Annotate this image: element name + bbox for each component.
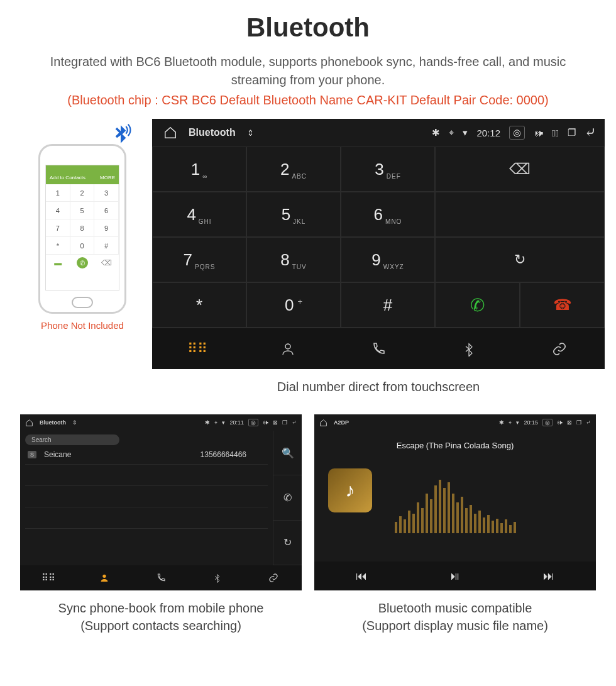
backspace-button[interactable]: ⌫ bbox=[435, 147, 605, 192]
tab-bluetooth[interactable] bbox=[189, 565, 246, 590]
key-6[interactable]: 6MNO bbox=[341, 192, 435, 237]
call-button[interactable]: ✆ bbox=[435, 282, 520, 328]
wifi-icon: ▾ bbox=[516, 419, 519, 426]
home-icon[interactable] bbox=[319, 419, 327, 427]
dialer-caption: Dial number direct from touchscreen bbox=[152, 378, 605, 396]
empty-cell bbox=[435, 192, 605, 237]
music-caption-1: Bluetooth music compatible bbox=[314, 599, 596, 617]
key-2[interactable]: 2ABC bbox=[246, 147, 341, 192]
recents-icon[interactable]: ❐ bbox=[568, 127, 576, 138]
music-caption-2: (Support display music file name) bbox=[314, 617, 596, 634]
status-app-title: Bluetooth bbox=[40, 419, 66, 426]
tab-pair[interactable] bbox=[514, 328, 605, 369]
equalizer-visual bbox=[395, 477, 516, 533]
key-hash[interactable]: # bbox=[341, 282, 435, 328]
side-search-button[interactable]: 🔍 bbox=[273, 431, 302, 475]
page-title: Bluetooth bbox=[10, 13, 606, 43]
hangup-button[interactable]: ☎ bbox=[520, 282, 605, 328]
screenshot-icon[interactable]: ◎ bbox=[248, 419, 258, 426]
status-time: 20:11 bbox=[229, 419, 244, 426]
key-star[interactable]: * bbox=[152, 282, 246, 328]
contact-number: 13566664466 bbox=[201, 450, 246, 459]
phone-outline-icon bbox=[371, 341, 386, 357]
key-3[interactable]: 3DEF bbox=[341, 147, 435, 192]
phone-call-icon: ✆ bbox=[470, 295, 485, 316]
close-icon[interactable]: ⊠ bbox=[273, 419, 278, 426]
status-time: 20:12 bbox=[476, 128, 500, 138]
phone-hangup-icon: ☎ bbox=[553, 296, 572, 314]
phone-bar-more: MORE bbox=[100, 175, 115, 180]
bluetooth-icon: ✱ bbox=[205, 419, 210, 426]
volume-icon[interactable]: 🕪 bbox=[263, 419, 268, 426]
phone-mockup: Add to Contacts MORE 123 456 789 *0# ▬ ✆… bbox=[38, 144, 126, 314]
bluetooth-icon: ✱ bbox=[432, 127, 440, 138]
contacts-caption-2: (Support contacts searching) bbox=[20, 617, 302, 634]
phone-bar-title: Add to Contacts bbox=[50, 175, 85, 180]
key-9[interactable]: 9WXYZ bbox=[341, 237, 435, 282]
tab-contacts[interactable] bbox=[77, 565, 133, 590]
screenshot-icon[interactable]: ◎ bbox=[542, 419, 553, 426]
music-note-icon: ♪ bbox=[346, 480, 355, 501]
home-icon[interactable] bbox=[25, 419, 33, 427]
contact-name: Seicane bbox=[44, 450, 71, 459]
bluetooth-icon bbox=[463, 341, 475, 357]
recents-icon[interactable]: ❐ bbox=[282, 419, 287, 426]
skip-prev-icon: ⏮ bbox=[356, 570, 367, 583]
dialpad-icon: ⠿⠿ bbox=[41, 572, 55, 584]
tab-bluetooth[interactable] bbox=[424, 328, 514, 369]
tab-recents[interactable] bbox=[333, 328, 424, 369]
key-7[interactable]: 7PQRS bbox=[152, 237, 246, 282]
location-icon: ⌖ bbox=[449, 127, 454, 138]
tab-recents[interactable] bbox=[133, 565, 189, 590]
album-art: ♪ bbox=[328, 468, 372, 512]
key-1[interactable]: 1∞ bbox=[152, 147, 246, 192]
wifi-icon: ▾ bbox=[222, 419, 225, 426]
status-app-title: Bluetooth bbox=[189, 127, 236, 138]
close-icon[interactable]: ⊠ bbox=[567, 419, 572, 426]
svg-point-0 bbox=[285, 344, 290, 349]
bluetooth-signal-icon bbox=[108, 123, 133, 148]
volume-icon[interactable]: 🕪 bbox=[534, 128, 543, 138]
side-call-button[interactable]: ✆ bbox=[273, 475, 302, 520]
usb-icon: ⇕ bbox=[72, 419, 77, 426]
back-icon[interactable]: ⤶ bbox=[585, 124, 596, 141]
phone-outline-icon: ✆ bbox=[283, 492, 292, 504]
recents-icon[interactable]: ❐ bbox=[576, 419, 581, 426]
tab-dialpad[interactable]: ⠿⠿ bbox=[20, 565, 77, 590]
contact-row[interactable]: S Seicane 13566664466 bbox=[25, 445, 268, 465]
next-track-button[interactable]: ⏭ bbox=[502, 562, 596, 590]
svg-point-1 bbox=[103, 575, 106, 578]
key-0[interactable]: 0+ bbox=[246, 282, 341, 328]
contact-initial: S bbox=[28, 451, 36, 458]
play-pause-button[interactable]: ⏯ bbox=[408, 562, 502, 590]
track-title: Escape (The Pina Colada Song) bbox=[397, 441, 514, 450]
back-icon[interactable]: ⤶ bbox=[292, 419, 297, 426]
dialer-headunit: Bluetooth ⇕ ✱ ⌖ ▾ 20:12 ◎ 🕪 �⃞ ❐ ⤶ bbox=[152, 119, 605, 369]
back-icon[interactable]: ⤶ bbox=[586, 419, 591, 426]
tab-pair[interactable] bbox=[245, 565, 302, 590]
link-icon bbox=[551, 341, 568, 357]
music-headunit: A2DP ✱ ⌖ ▾ 20:15 ◎ 🕪 ⊠ ❐ ⤶ Esc bbox=[314, 414, 596, 590]
close-icon[interactable]: �⃞ bbox=[552, 128, 559, 138]
key-8[interactable]: 8TUV bbox=[246, 237, 341, 282]
spec-line: (Bluetooth chip : CSR BC6 Default Blueto… bbox=[10, 93, 606, 108]
home-icon[interactable] bbox=[163, 126, 177, 140]
phone-caption: Phone Not Included bbox=[29, 320, 136, 331]
redial-button[interactable]: ↻ bbox=[435, 237, 605, 282]
usb-icon: ⇕ bbox=[247, 128, 254, 138]
bluetooth-icon: ✱ bbox=[499, 419, 504, 426]
screenshot-icon[interactable]: ◎ bbox=[509, 126, 525, 140]
page-subtitle: Integrated with BC6 Bluetooth module, su… bbox=[29, 53, 587, 89]
tab-contacts[interactable] bbox=[243, 328, 333, 369]
volume-icon[interactable]: 🕪 bbox=[557, 419, 563, 426]
key-5[interactable]: 5JKL bbox=[246, 192, 341, 237]
prev-track-button[interactable]: ⏮ bbox=[314, 562, 408, 590]
search-input[interactable]: Search bbox=[25, 434, 119, 445]
tab-dialpad[interactable]: ⠿⠿ bbox=[152, 328, 243, 369]
wifi-icon: ▾ bbox=[463, 127, 468, 138]
dialpad-icon: ⠿⠿ bbox=[187, 341, 207, 357]
key-4[interactable]: 4GHI bbox=[152, 192, 246, 237]
side-sync-button[interactable]: ↻ bbox=[273, 521, 302, 565]
location-icon: ⌖ bbox=[509, 419, 512, 426]
person-icon bbox=[280, 341, 295, 357]
